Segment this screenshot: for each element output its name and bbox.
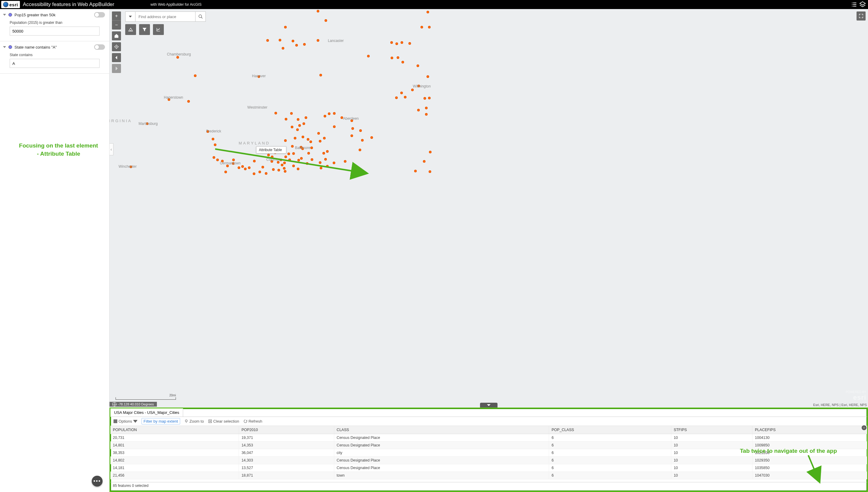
- city-label: Martinsburg: [139, 122, 157, 126]
- app-header: esri Accessibility features in Web AppBu…: [0, 0, 868, 9]
- table-columns-config-button[interactable]: [862, 425, 867, 430]
- city-label: Hanover: [252, 74, 266, 78]
- table-cell: 14,353: [239, 442, 334, 449]
- filter-color-dot: [8, 13, 12, 17]
- filter-button[interactable]: [139, 24, 150, 35]
- table-cell: 18,871: [239, 472, 334, 479]
- search-input[interactable]: [135, 11, 196, 22]
- filter-input-state[interactable]: [10, 59, 100, 68]
- table-cell: 6: [549, 449, 671, 457]
- table-cell: 6: [549, 472, 671, 479]
- attribute-table-tabs: USA Major Cities - USA_Major_Cities: [110, 409, 867, 417]
- fullscreen-button[interactable]: [857, 11, 866, 21]
- attribute-table-tab[interactable]: USA Major Cities - USA_Major_Cities: [110, 409, 183, 417]
- filter-by-extent-button[interactable]: Filter by map extent: [142, 418, 180, 424]
- svg-rect-10: [114, 422, 115, 423]
- logo-text: esri: [9, 2, 18, 7]
- sidebar-collapse-tab[interactable]: [109, 143, 114, 155]
- table-cell: 10: [671, 449, 752, 457]
- coordinate-display[interactable]: -78.128 40.010 Degrees: [109, 402, 157, 407]
- table-column-header[interactable]: POP2010: [239, 426, 334, 434]
- city-label: Lancaster: [328, 39, 344, 43]
- svg-rect-5: [115, 420, 116, 420]
- city-label: Chambersburg: [167, 52, 191, 56]
- search-source-dropdown[interactable]: [125, 11, 135, 22]
- city-label: Winchester: [119, 165, 137, 169]
- filter-block-pop: Pop15 greater than 50k Population (2015)…: [0, 9, 109, 41]
- home-button[interactable]: [112, 31, 121, 41]
- attribute-table-tooltip: Attribute Table: [256, 146, 286, 153]
- table-cell: 14,802: [110, 457, 239, 464]
- table-column-header[interactable]: POP_CLASS: [549, 426, 671, 434]
- svg-rect-9: [116, 421, 117, 422]
- svg-rect-11: [115, 422, 116, 423]
- locate-button[interactable]: [112, 42, 121, 51]
- table-cell: 10: [671, 434, 752, 442]
- region-label: MARYLAND: [239, 141, 270, 145]
- chevron-down-icon[interactable]: [3, 46, 6, 48]
- powered-by-esri: POWERED BY esri: [846, 390, 866, 401]
- table-row[interactable]: 21,45618,871town6101047030: [110, 472, 867, 479]
- globe-icon: [3, 2, 8, 7]
- table-cell: 10: [671, 442, 752, 449]
- city-label: Germantown: [220, 161, 241, 165]
- layers-icon[interactable]: [858, 0, 867, 9]
- legend-icon[interactable]: [850, 0, 858, 9]
- city-label: Frederick: [206, 129, 221, 133]
- table-cell: 14,801: [110, 442, 239, 449]
- clear-selection-button[interactable]: Clear selection: [208, 419, 239, 423]
- table-cell: Census Designated Place: [334, 434, 549, 442]
- table-column-header[interactable]: POPULATION: [110, 426, 239, 434]
- svg-rect-12: [116, 422, 117, 423]
- table-cell: 6: [549, 434, 671, 442]
- table-row[interactable]: 38,35336,047city6101021200: [110, 449, 867, 457]
- table-cell: 1004130: [752, 434, 867, 442]
- table-row[interactable]: 14,18113,527Census Designated Place61010…: [110, 464, 867, 472]
- attribute-table-panel: USA Major Cities - USA_Major_Cities Opti…: [109, 408, 868, 492]
- attribute-table[interactable]: POPULATIONPOP2010CLASSPOP_CLASSSTFIPSPLA…: [110, 426, 867, 479]
- table-cell: 10: [671, 457, 752, 464]
- svg-rect-6: [116, 420, 117, 420]
- table-column-header[interactable]: CLASS: [334, 426, 549, 434]
- table-cell: 13,527: [239, 464, 334, 472]
- esri-logo: esri: [1, 1, 20, 8]
- filter-toggle[interactable]: [94, 44, 105, 50]
- svg-point-1: [116, 46, 117, 47]
- zoom-in-button[interactable]: +: [112, 11, 121, 21]
- table-row[interactable]: 20,73119,371Census Designated Place61010…: [110, 434, 867, 442]
- attribute-table-footer: 85 features 0 selected: [110, 482, 867, 489]
- more-button[interactable]: •••: [92, 476, 103, 487]
- svg-point-15: [864, 427, 865, 428]
- table-column-header[interactable]: PLACEFIPS: [752, 426, 867, 434]
- table-options-button[interactable]: Options: [114, 419, 137, 423]
- prev-extent-button[interactable]: [112, 53, 121, 62]
- filter-input-population[interactable]: [10, 27, 100, 35]
- chart-button[interactable]: [153, 24, 164, 35]
- filter-block-state: State name contains "A" State contains: [0, 41, 109, 74]
- table-cell: town: [334, 472, 549, 479]
- refresh-button[interactable]: Refresh: [244, 419, 263, 423]
- search-button[interactable]: [196, 11, 206, 22]
- table-cell: 36,047: [239, 449, 334, 457]
- chevron-down-icon[interactable]: [3, 14, 6, 16]
- table-row[interactable]: 14,80214,303Census Designated Place61010…: [110, 457, 867, 464]
- table-cell: Census Designated Place: [334, 464, 549, 472]
- filter-color-dot: [8, 45, 12, 49]
- zoom-to-button[interactable]: Zoom to: [184, 419, 204, 423]
- coordinate-text: -78.128 40.010 Degrees: [118, 402, 154, 406]
- filter-sidebar: Pop15 greater than 50k Population (2015)…: [0, 9, 109, 492]
- app-title: Accessibility features in Web AppBuilder: [23, 1, 114, 7]
- region-label: VIRGINIA: [109, 119, 132, 123]
- table-cell: 1035850: [752, 464, 867, 472]
- svg-point-2: [199, 15, 201, 18]
- table-cell: 1021200: [752, 449, 867, 457]
- table-cell: 38,353: [110, 449, 239, 457]
- filter-toggle[interactable]: [94, 12, 105, 18]
- coordinate-target-icon: [113, 402, 116, 406]
- table-cell: Census Designated Place: [334, 457, 549, 464]
- zoom-out-button[interactable]: −: [112, 21, 121, 29]
- table-row[interactable]: 14,80114,353Census Designated Place61010…: [110, 442, 867, 449]
- attribute-table-toggle[interactable]: [480, 403, 497, 408]
- table-column-header[interactable]: STFIPS: [671, 426, 752, 434]
- bookmarks-button[interactable]: [125, 24, 136, 35]
